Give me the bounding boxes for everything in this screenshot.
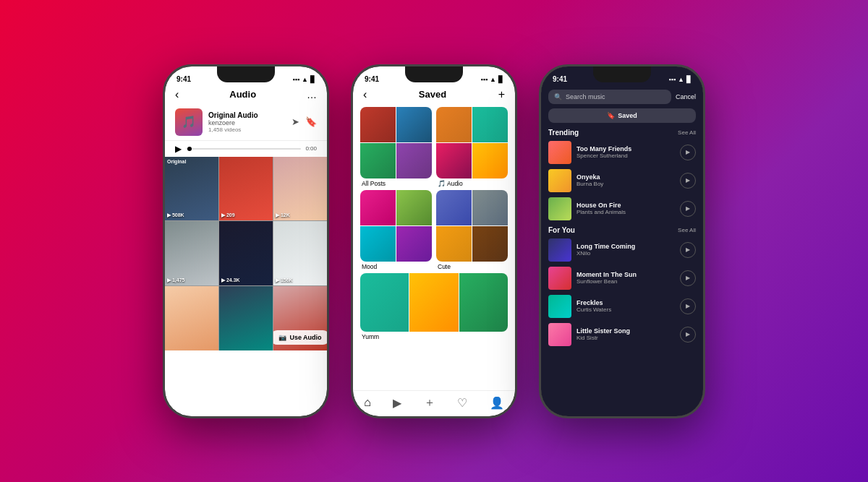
foryou-artist-4: Kid Sistr [576,335,675,341]
yumm-img-3 [459,273,508,332]
signal-icon-1: ▪▪▪ [293,76,300,83]
trending-name-2: Onyeka [576,173,675,181]
foryou-item-3[interactable]: Freckles Curtis Waters ▶ [548,295,696,318]
video-count-6: ▶ 156K [276,277,293,283]
foryou-info-3: Freckles Curtis Waters [576,299,675,313]
wifi-icon-2: ▲ [490,76,496,83]
nav-profile[interactable]: 👤 [490,396,504,410]
audio-title: Original Audio [208,111,286,119]
saved-tab[interactable]: 🔖 Saved [548,108,696,123]
mood-img-4 [396,226,432,262]
video-label-1: Original [167,159,186,164]
audio-img-2 [472,107,508,142]
mood-label: Mood [360,262,432,270]
cute-img-2 [472,190,508,225]
foryou-thumb-3 [548,295,571,318]
foryou-artist-3: Curtis Waters [576,306,675,313]
nav-create[interactable]: ＋ [424,395,435,410]
video-cell-9[interactable]: 📷 Use Audio [273,286,327,350]
foryou-item-4[interactable]: Little Sister Song Kid Sistr ▶ [548,323,696,346]
saved-collection-audio[interactable]: 🎵 Audio [436,107,508,187]
trending-thumb-1 [548,141,571,164]
video-cell-7[interactable] [165,286,218,350]
nav-home[interactable]: ⌂ [364,396,371,409]
trending-name-3: House On Fire [576,202,675,209]
all-posts-images [360,107,432,178]
video-cell-2[interactable]: ▶ 209 [219,157,273,221]
video-count-3: ▶ 12K [276,212,290,218]
video-cell-3[interactable]: ▶ 12K [273,157,327,221]
cancel-button[interactable]: Cancel [676,93,696,100]
trending-info-3: House On Fire Plants and Animals [576,202,675,215]
video-cell-8[interactable] [219,286,273,350]
play-button[interactable]: ▶ [175,144,182,154]
for-you-section: For You See All Long Time Coming XNilo ▶… [541,226,703,346]
play-btn-trending-2[interactable]: ▶ [680,173,696,189]
cute-img-4 [472,226,508,262]
trending-see-all[interactable]: See All [678,129,696,136]
back-button-2[interactable]: ‹ [363,88,367,101]
audio-thumb-image: 🎵 [175,108,203,136]
play-btn-foryou-1[interactable]: ▶ [680,242,696,258]
saved-collection-yumm[interactable]: Yumm [360,273,508,341]
saved-collection-cute[interactable]: Cute [436,190,508,270]
trending-artist-1: Spencer Sutherland [576,152,675,159]
saved-header: ‹ Saved + [353,87,515,107]
video-cell-6[interactable]: ▶ 156K [273,221,327,285]
video-cell-5[interactable]: ▶ 24.3K [219,221,273,285]
saved-title: Saved [419,89,446,100]
saved-collection-mood[interactable]: Mood [360,190,432,270]
trending-item-3[interactable]: House On Fire Plants and Animals ▶ [548,197,696,220]
phone-1: 9:41 ▪▪▪ ▲ ▊ ‹ Audio … 🎵 Original Audio … [163,64,329,418]
mood-img-3 [360,226,396,262]
share-icon[interactable]: ➤ [292,116,299,127]
trending-info-2: Onyeka Burna Boy [576,173,675,187]
saved-tab-label: Saved [618,112,637,119]
play-btn-foryou-4[interactable]: ▶ [680,327,696,343]
search-box[interactable]: 🔍 Search music [548,90,671,104]
for-you-see-all[interactable]: See All [678,227,696,233]
foryou-name-2: Moment In The Sun [576,271,675,278]
bookmark-icon[interactable]: 🔖 [305,116,317,127]
status-time-2: 9:41 [365,75,379,83]
progress-dot [187,147,192,151]
page-title-1: Audio [229,89,256,100]
saved-collection-all-posts[interactable]: All Posts [360,107,432,187]
battery-icon-3: ▊ [686,76,692,83]
status-time-3: 9:41 [553,75,567,83]
foryou-info-2: Moment In The Sun Sunflower Bean [576,271,675,285]
foryou-item-2[interactable]: Moment In The Sun Sunflower Bean ▶ [548,267,696,290]
back-button-1[interactable]: ‹ [175,88,179,101]
signal-icon-2: ▪▪▪ [481,76,488,83]
audio-images [436,107,508,178]
trending-item-1[interactable]: Too Many Friends Spencer Sutherland ▶ [548,141,696,164]
foryou-name-1: Long Time Coming [576,243,675,250]
cute-images [436,190,508,262]
audio-img-4 [472,143,508,178]
foryou-thumb-2 [548,267,571,290]
add-button[interactable]: + [498,88,505,101]
more-button-1[interactable]: … [307,89,317,100]
cute-img-1 [436,190,472,225]
nav-reels[interactable]: ▶ [393,396,401,410]
progress-bar[interactable] [186,148,301,150]
play-btn-foryou-2[interactable]: ▶ [680,270,696,286]
play-btn-trending-1[interactable]: ▶ [680,145,696,160]
foryou-artist-2: Sunflower Bean [576,278,675,285]
use-audio-button[interactable]: 📷 Use Audio [273,330,327,345]
foryou-item-1[interactable]: Long Time Coming XNilo ▶ [548,238,696,262]
bookmark-tab-icon: 🔖 [607,112,615,119]
nav-activity[interactable]: ♡ [457,396,467,410]
trending-info-1: Too Many Friends Spencer Sutherland [576,145,675,159]
audio-img-3 [436,143,472,178]
video-cell-1[interactable]: Original ▶ 508K [165,157,218,221]
foryou-thumb-4 [548,323,571,346]
play-btn-foryou-3[interactable]: ▶ [680,298,696,314]
play-btn-trending-3[interactable]: ▶ [680,201,696,217]
trending-item-2[interactable]: Onyeka Burna Boy ▶ [548,169,696,192]
battery-icon-2: ▊ [498,76,503,83]
use-audio-label: Use Audio [289,334,321,341]
video-cell-4[interactable]: ▶ 1,475 [165,221,218,285]
foryou-info-1: Long Time Coming XNilo [576,243,675,257]
search-placeholder: Search music [566,93,605,100]
